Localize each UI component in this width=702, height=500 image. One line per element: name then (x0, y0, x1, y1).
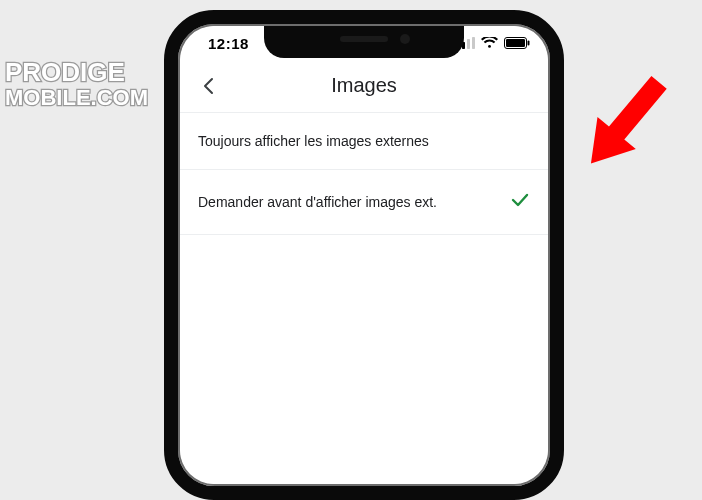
option-label: Toujours afficher les images externes (198, 133, 429, 149)
svg-rect-5 (467, 39, 470, 49)
option-always-show-external-images[interactable]: Toujours afficher les images externes (180, 113, 548, 170)
page-title: Images (331, 74, 397, 97)
svg-text:PRODIGE: PRODIGE (5, 57, 125, 87)
status-time: 12:18 (208, 35, 249, 52)
svg-marker-10 (572, 66, 678, 179)
phone-frame: 12:18 (164, 10, 564, 500)
svg-text:MOBILE.COM: MOBILE.COM (5, 85, 148, 110)
status-icons (457, 37, 530, 49)
device-notch (264, 26, 464, 58)
option-ask-before-showing-external-images[interactable]: Demander avant d'afficher images ext. (180, 170, 548, 235)
annotation-arrow (560, 58, 690, 212)
svg-rect-9 (528, 41, 530, 46)
watermark-logo: PRODIGE MOBILE.COM (5, 55, 210, 113)
option-label: Demander avant d'afficher images ext. (198, 194, 437, 210)
nav-header: Images (180, 60, 548, 112)
svg-rect-8 (506, 39, 525, 47)
check-icon (510, 190, 530, 214)
wifi-icon (481, 37, 498, 49)
svg-rect-6 (472, 37, 475, 49)
battery-icon (504, 37, 530, 49)
